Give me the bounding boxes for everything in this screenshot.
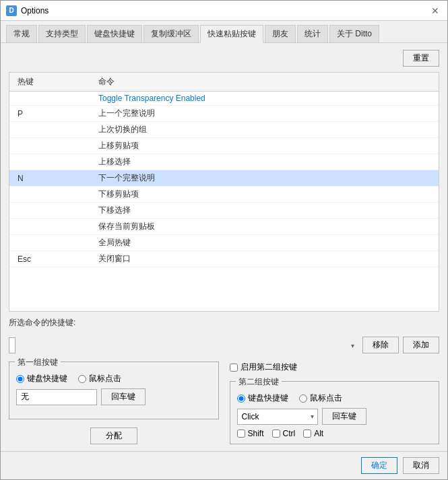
table-row[interactable]: 下移选择 — [9, 203, 439, 219]
hotkey-cell — [13, 162, 94, 163]
close-button[interactable]: ✕ — [428, 4, 442, 18]
table-row[interactable]: 保存当前剪贴板 — [9, 219, 439, 235]
table-row[interactable]: 上次切换的组 — [9, 122, 439, 138]
group1-mouse-radio[interactable]: 鼠标点击 — [78, 373, 121, 384]
assign-button[interactable]: 分配 — [90, 427, 137, 444]
alt-label: Alt — [314, 429, 323, 438]
group2-mouse-label: 鼠标点击 — [310, 392, 342, 404]
hotkey-table: 热键 命令 Toggle Transparency Enabled P 上一个完… — [9, 72, 439, 312]
table-header: 热键 命令 — [9, 73, 439, 92]
tab-friends[interactable]: 朋友 — [265, 25, 296, 42]
column-header-command: 命令 — [94, 75, 435, 89]
tab-stats[interactable]: 统计 — [297, 25, 328, 42]
shortcut-input-row: 移除 添加 — [9, 337, 439, 353]
hotkey-cell — [13, 129, 94, 131]
group1-keyboard-radio[interactable]: 键盘快捷键 — [16, 373, 67, 384]
group2-title: 第二组按键 — [236, 376, 282, 388]
group2-enter-key-button[interactable]: 回车键 — [322, 408, 366, 425]
group2-mouse-radio-input[interactable] — [299, 395, 307, 403]
title-bar: D Options ✕ — [1, 1, 447, 21]
hotkey-cell — [13, 194, 94, 195]
shift-checkbox-label[interactable]: Shift — [237, 429, 264, 438]
group1-mouse-radio-input[interactable] — [78, 375, 86, 383]
shift-label: Shift — [248, 429, 264, 438]
tab-keyboard[interactable]: 键盘快捷键 — [87, 25, 142, 42]
command-cell: 保存当前剪贴板 — [94, 220, 435, 233]
ctrl-checkbox[interactable] — [272, 430, 280, 438]
group2-wrapper: 启用第二组按键 第二组按键 键盘快捷键 鼠标点击 — [230, 362, 440, 444]
group2-radio-row: 键盘快捷键 鼠标点击 — [237, 392, 433, 404]
tab-clipboard[interactable]: 复制缓冲区 — [143, 25, 199, 42]
hotkey-cell — [13, 242, 94, 244]
group2-mouse-radio[interactable]: 鼠标点击 — [299, 392, 342, 404]
tab-general[interactable]: 常规 — [6, 25, 37, 42]
group2-modifier-row: Shift Ctrl Alt — [237, 429, 433, 438]
table-body[interactable]: Toggle Transparency Enabled P 上一个完整说明 上次… — [9, 92, 439, 311]
hotkey-cell: N — [13, 173, 94, 184]
ctrl-checkbox-label[interactable]: Ctrl — [272, 429, 296, 438]
assign-row: 分配 — [9, 427, 219, 444]
title-bar-left: D Options — [6, 5, 49, 16]
group1-keyboard-label: 键盘快捷键 — [27, 373, 67, 384]
command-cell: 上一个完整说明 — [94, 107, 435, 120]
command-cell: 下移剪贴项 — [94, 188, 435, 201]
group1-key-input-row: 回车键 — [16, 388, 212, 405]
shortcut-dropdown[interactable] — [9, 337, 15, 353]
hotkey-cell: Esc — [13, 254, 94, 265]
remove-button[interactable]: 移除 — [362, 337, 399, 353]
group1-title: 第一组按键 — [15, 357, 61, 368]
table-row[interactable]: P 上一个完整说明 — [9, 106, 439, 122]
reset-row: 重置 — [9, 50, 439, 67]
hotkey-cell — [13, 226, 94, 228]
table-row[interactable]: 全局热键 — [9, 235, 439, 251]
column-header-hotkey: 热键 — [13, 75, 94, 89]
app-icon: D — [6, 5, 17, 16]
table-row[interactable]: 上移剪贴项 — [9, 138, 439, 154]
command-cell: 关闭窗口 — [94, 252, 435, 265]
table-row[interactable]: 下移剪贴项 — [9, 186, 439, 203]
group2-dropdown[interactable]: Click Double Click Right Click — [237, 409, 318, 425]
group1-radio-row: 键盘快捷键 鼠标点击 — [16, 373, 212, 384]
tab-about[interactable]: 关于 Ditto — [329, 25, 379, 42]
shortcut-section-label: 所选命令的快捷键: — [9, 317, 75, 329]
hotkey-cell — [13, 210, 94, 211]
hotkey-cell — [13, 145, 94, 147]
command-cell: Toggle Transparency Enabled — [94, 93, 435, 104]
group1-box: 第一组按键 键盘快捷键 鼠标点击 回车键 — [9, 362, 219, 419]
table-row[interactable]: N 下一个完整说明 — [9, 170, 439, 186]
enable-second-group-label[interactable]: 启用第二组按键 — [230, 362, 297, 373]
group1-wrapper: 第一组按键 键盘快捷键 鼠标点击 回车键 — [9, 362, 219, 444]
enable-second-group-checkbox[interactable] — [230, 364, 238, 372]
command-cell: 上移剪贴项 — [94, 139, 435, 152]
tab-support[interactable]: 支持类型 — [38, 25, 86, 42]
enable-second-group-text: 启用第二组按键 — [241, 362, 297, 373]
ctrl-label: Ctrl — [283, 429, 296, 438]
group1-mouse-label: 鼠标点击 — [89, 373, 121, 384]
command-cell: 下一个完整说明 — [94, 172, 435, 184]
table-row[interactable]: 上移选择 — [9, 154, 439, 170]
group1-key-input[interactable] — [16, 389, 97, 405]
alt-checkbox[interactable] — [303, 430, 311, 438]
content-area: 重置 热键 命令 Toggle Transparency Enabled P 上… — [1, 43, 447, 451]
group2-keyboard-radio-input[interactable] — [237, 395, 245, 403]
group1-enter-key-button[interactable]: 回车键 — [101, 388, 146, 405]
add-button[interactable]: 添加 — [403, 337, 439, 353]
command-cell: 下移选择 — [94, 204, 435, 217]
group2-keyboard-radio[interactable]: 键盘快捷键 — [237, 392, 288, 404]
main-window: D Options ✕ 常规 支持类型 键盘快捷键 复制缓冲区 快速粘贴按键 朋… — [0, 0, 448, 480]
table-row[interactable]: Esc 关闭窗口 — [9, 251, 439, 267]
table-row[interactable]: Toggle Transparency Enabled — [9, 92, 439, 106]
group2-keyboard-label: 键盘快捷键 — [248, 392, 288, 404]
alt-checkbox-label[interactable]: Alt — [303, 429, 323, 438]
footer: 确定 取消 — [1, 451, 447, 479]
ok-button[interactable]: 确定 — [361, 457, 397, 474]
group1-keyboard-radio-input[interactable] — [16, 375, 24, 383]
cancel-button[interactable]: 取消 — [403, 457, 439, 474]
hotkey-cell: P — [13, 108, 94, 119]
group2-dropdown-wrap: Click Double Click Right Click — [237, 409, 318, 425]
tab-bar: 常规 支持类型 键盘快捷键 复制缓冲区 快速粘贴按键 朋友 统计 关于 Ditt… — [1, 21, 447, 43]
reset-button[interactable]: 重置 — [403, 50, 439, 67]
shift-checkbox[interactable] — [237, 430, 245, 438]
tab-quickpaste[interactable]: 快速粘贴按键 — [200, 25, 263, 43]
command-cell: 上移选择 — [94, 156, 435, 168]
